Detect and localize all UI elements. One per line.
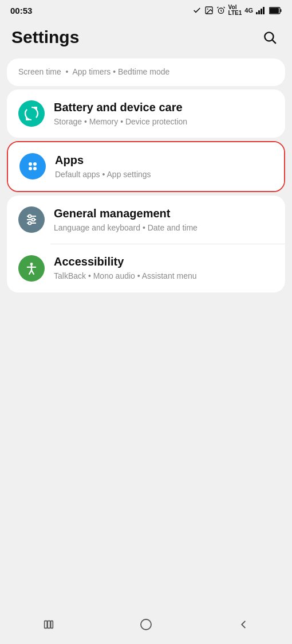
svg-rect-30: [48, 621, 50, 629]
battery-icon: [269, 7, 282, 14]
status-time: 00:53: [10, 6, 32, 15]
general-management-item[interactable]: General management Language and keyboard…: [7, 196, 285, 244]
svg-rect-11: [281, 9, 282, 12]
bottom-navigation: [0, 610, 292, 644]
battery-title: Battery and device care: [54, 100, 274, 115]
accessibility-item[interactable]: Accessibility TalkBack • Mono audio • As…: [7, 244, 285, 292]
svg-rect-8: [263, 7, 265, 14]
svg-line-28: [31, 270, 34, 274]
screen-time-card[interactable]: Screen time • App timers • Bedtime mode: [7, 58, 285, 86]
svg-point-22: [32, 218, 35, 221]
battery-care-icon: [24, 106, 39, 121]
svg-line-13: [273, 40, 276, 44]
recents-button[interactable]: [34, 613, 63, 636]
svg-point-15: [33, 162, 37, 166]
battery-subtitle: Storage • Memory • Device protection: [54, 116, 274, 128]
accessibility-text: Accessibility TalkBack • Mono audio • As…: [54, 254, 274, 282]
status-bar: 00:53 VolLTE1 4G: [0, 0, 292, 21]
battery-icon-container: [18, 100, 45, 127]
svg-rect-31: [51, 621, 53, 629]
apps-text: Apps Default apps • App settings: [55, 153, 273, 181]
svg-rect-29: [45, 621, 48, 629]
accessibility-icon-container: [18, 255, 45, 282]
apps-item[interactable]: Apps Default apps • App settings: [8, 142, 284, 191]
image-icon: [204, 6, 214, 15]
home-button[interactable]: [132, 613, 160, 636]
general-management-title: General management: [54, 206, 274, 221]
sliders-icon: [25, 213, 38, 227]
status-icons: VolLTE1 4G: [192, 5, 282, 16]
svg-point-1: [207, 9, 208, 10]
signal-icon: [256, 6, 266, 14]
back-icon: [237, 618, 250, 631]
sliders-icon-container: [18, 206, 45, 233]
accessibility-person-icon: [24, 261, 39, 276]
svg-rect-6: [258, 10, 260, 14]
battery-text: Battery and device care Storage • Memory…: [54, 100, 274, 128]
svg-line-3: [217, 7, 218, 8]
page-title: Settings: [11, 28, 79, 47]
screen-time-item: Screen time • App timers • Bedtime mode: [18, 67, 274, 78]
alarm-icon: [216, 6, 226, 15]
svg-point-17: [33, 167, 37, 170]
svg-point-32: [141, 619, 151, 630]
apps-grid-icon: [26, 159, 40, 173]
screen-time-subtitle: Screen time • App timers • Bedtime mode: [18, 67, 169, 76]
general-management-subtitle: Language and keyboard • Date and time: [54, 223, 274, 234]
battery-item[interactable]: Battery and device care Storage • Memory…: [7, 89, 285, 138]
svg-rect-5: [256, 12, 258, 14]
management-card[interactable]: General management Language and keyboard…: [7, 196, 285, 292]
svg-point-16: [29, 167, 32, 170]
apps-title: Apps: [55, 153, 273, 167]
search-button[interactable]: [259, 26, 281, 48]
svg-point-21: [29, 215, 31, 218]
vol-indicator: VolLTE1: [228, 5, 242, 16]
svg-rect-10: [270, 8, 279, 13]
search-icon: [262, 30, 277, 45]
accessibility-title: Accessibility: [54, 254, 274, 269]
svg-point-12: [265, 32, 273, 41]
svg-point-23: [29, 222, 31, 225]
network-4g: 4G: [244, 7, 253, 14]
battery-card[interactable]: Battery and device care Storage • Memory…: [7, 89, 285, 138]
svg-line-4: [223, 7, 224, 8]
general-management-text: General management Language and keyboard…: [54, 206, 274, 234]
app-header: Settings: [0, 21, 292, 55]
apps-icon-container: [19, 153, 46, 179]
settings-content: Screen time • App timers • Bedtime mode …: [0, 58, 292, 292]
accessibility-subtitle: TalkBack • Mono audio • Assistant menu: [54, 271, 274, 282]
home-icon: [139, 618, 153, 631]
svg-rect-7: [261, 9, 262, 14]
svg-point-14: [29, 162, 32, 166]
recents-icon: [42, 618, 55, 631]
check-icon: [192, 6, 202, 15]
back-button[interactable]: [229, 613, 258, 636]
apps-card[interactable]: Apps Default apps • App settings: [7, 141, 285, 192]
apps-subtitle: Default apps • App settings: [55, 169, 273, 181]
